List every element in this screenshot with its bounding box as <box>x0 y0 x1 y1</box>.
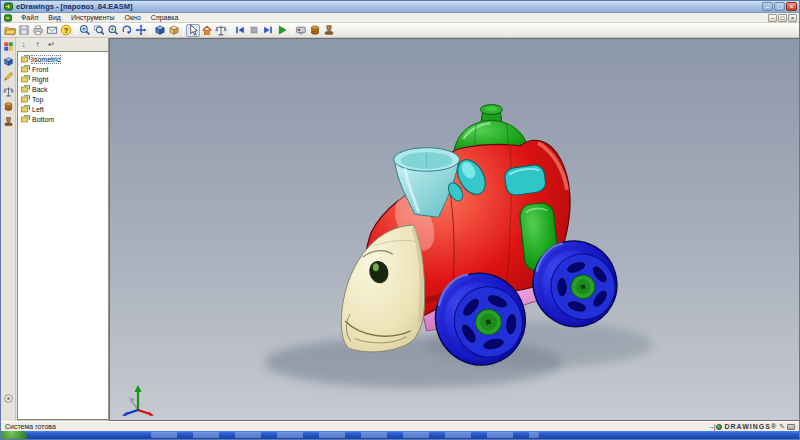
restore-button[interactable]: □ <box>774 2 785 11</box>
mdi-close-button[interactable]: × <box>788 14 797 22</box>
view-item-isometric[interactable]: Isometric <box>19 54 107 64</box>
last-frame-button[interactable] <box>261 24 275 37</box>
brand-pencil-icon: ✎ <box>779 423 785 431</box>
tab-markup-button[interactable] <box>2 70 15 83</box>
measure-scale-icon <box>215 24 227 36</box>
menu-window[interactable]: Окно <box>120 14 146 21</box>
views-tree[interactable]: Isometric Front Right Back Top Left Bott… <box>17 51 108 420</box>
open-icon <box>4 24 16 36</box>
open-button[interactable] <box>3 24 17 37</box>
send-button[interactable] <box>45 24 59 37</box>
play-button[interactable] <box>275 24 289 37</box>
toolbar-separator <box>230 24 231 36</box>
stamp-button[interactable] <box>322 24 336 37</box>
view-item-back[interactable]: Back <box>19 84 107 94</box>
home-view-button[interactable] <box>200 24 214 37</box>
help-icon <box>60 24 72 36</box>
help-button[interactable] <box>59 24 73 37</box>
pan-button[interactable] <box>134 24 148 37</box>
view-icon <box>21 75 30 83</box>
mdi-window-controls: – □ × <box>767 14 797 22</box>
views-panel-toolbar: ↓ ↑ ↵ <box>16 38 108 51</box>
previous-view-button[interactable]: ↑ <box>32 39 43 50</box>
menu-tools[interactable]: Инструменты <box>66 14 120 21</box>
shaded-cube-icon <box>154 24 166 36</box>
tab-components-button[interactable] <box>2 55 15 68</box>
title-bar[interactable]: eDrawings - [паровоз_84.EASM] – □ × <box>1 1 799 13</box>
mdi-restore-button[interactable]: □ <box>778 14 787 22</box>
send-email-icon <box>46 24 58 36</box>
menu-view[interactable]: Вид <box>43 14 66 21</box>
tab-measure-button[interactable] <box>2 85 15 98</box>
first-frame-button[interactable] <box>233 24 247 37</box>
measure-button[interactable] <box>214 24 228 37</box>
stop-button[interactable] <box>247 24 261 37</box>
view-item-left[interactable]: Left <box>19 104 107 114</box>
window-title: eDrawings - [паровоз_84.EASM] <box>16 2 761 11</box>
status-message: Система готова <box>5 423 56 430</box>
view-item-top[interactable]: Top <box>19 94 107 104</box>
tab-views-button[interactable] <box>2 40 15 53</box>
edrawings-app-icon <box>4 2 13 11</box>
next-view-button[interactable]: ↓ <box>18 39 29 50</box>
last-frame-icon <box>262 24 274 36</box>
edrawings-window: eDrawings - [паровоз_84.EASM] – □ × Файл… <box>0 0 800 440</box>
zoom-area-icon <box>93 24 105 36</box>
return-view-button[interactable]: ↵ <box>46 39 57 50</box>
view-item-right[interactable]: Right <box>19 74 107 84</box>
zoom-area-button[interactable] <box>92 24 106 37</box>
tab-stamp-button[interactable] <box>2 115 15 128</box>
brand-e-icon <box>716 424 722 430</box>
markup-pencil-icon <box>3 71 14 82</box>
menu-bar: Файл Вид Инструменты Окно Справка – □ × <box>1 13 799 23</box>
shaded-view-button[interactable] <box>153 24 167 37</box>
menu-help[interactable]: Справка <box>146 14 183 21</box>
close-button[interactable]: × <box>786 2 797 11</box>
start-button[interactable] <box>1 431 27 439</box>
view-item-front[interactable]: Front <box>19 64 107 74</box>
zoom-fit-button[interactable] <box>106 24 120 37</box>
orientation-triad <box>116 382 160 416</box>
pointer-3d-button[interactable] <box>294 24 308 37</box>
view-icon <box>21 85 30 93</box>
toolbar-separator <box>150 24 151 36</box>
taskbar-items[interactable] <box>151 432 539 438</box>
mass-properties-icon <box>309 24 321 36</box>
mass-properties-button[interactable] <box>308 24 322 37</box>
status-bar: Система готова →| DRAWINGS® ✎ <box>1 421 799 431</box>
windows-taskbar[interactable] <box>1 431 799 439</box>
components-cube-icon <box>3 56 14 67</box>
side-tab-strip <box>1 38 16 421</box>
pointer-3d-icon <box>295 24 307 36</box>
minimize-button[interactable]: – <box>762 2 773 11</box>
tab-options-button[interactable] <box>2 392 15 405</box>
options-icon <box>3 393 14 404</box>
play-icon <box>276 24 288 36</box>
tab-mass-button[interactable] <box>2 100 15 113</box>
select-arrow-icon <box>187 24 199 36</box>
brand-arrow-icon: →| <box>708 423 715 430</box>
select-tool-button[interactable] <box>186 24 200 37</box>
mdi-minimize-button[interactable]: – <box>768 14 777 22</box>
home-icon <box>201 24 213 36</box>
toolbar-separator <box>75 24 76 36</box>
view-icon <box>21 55 30 63</box>
rotate-icon <box>121 24 133 36</box>
mass-tab-icon <box>3 101 14 112</box>
save-button[interactable] <box>17 24 31 37</box>
views-panel: ↓ ↑ ↵ Isometric Front Right Back Top Lef… <box>16 38 109 421</box>
menu-file[interactable]: Файл <box>16 14 43 21</box>
view-item-bottom[interactable]: Bottom <box>19 114 107 124</box>
print-button[interactable] <box>31 24 45 37</box>
measure-tab-icon <box>3 86 14 97</box>
rotate-view-button[interactable] <box>120 24 134 37</box>
toy-train-model[interactable] <box>110 39 799 420</box>
brand-text: DRAWINGS® <box>724 423 777 430</box>
model-viewport[interactable] <box>109 38 799 421</box>
wireframe-view-button[interactable] <box>167 24 181 37</box>
save-icon <box>18 24 30 36</box>
view-icon <box>21 95 30 103</box>
zoom-in-button[interactable] <box>78 24 92 37</box>
toolbar-separator <box>183 24 184 36</box>
main-toolbar <box>1 23 799 38</box>
